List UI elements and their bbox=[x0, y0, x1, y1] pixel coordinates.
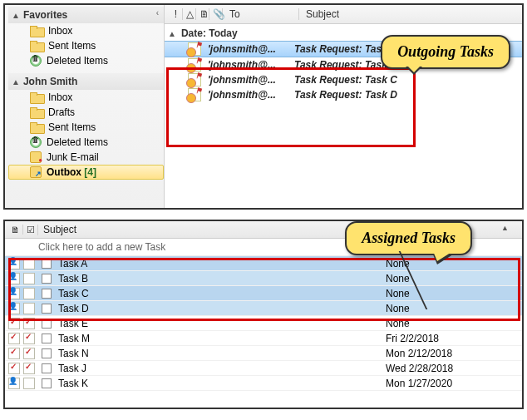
task-row[interactable]: Task NMon 2/12/2018 bbox=[5, 346, 522, 361]
folder-drafts[interactable]: Drafts bbox=[8, 105, 164, 120]
complete-checkbox[interactable] bbox=[42, 259, 52, 269]
complete-checkbox[interactable] bbox=[42, 319, 52, 329]
task-item-icon bbox=[23, 303, 37, 314]
item-count: [4] bbox=[84, 166, 96, 178]
task-row[interactable]: Task MFri 2/2/2018 bbox=[5, 331, 522, 346]
task-icon bbox=[8, 348, 22, 359]
task-row[interactable]: Task ENone bbox=[5, 316, 522, 331]
task-item-icon bbox=[23, 378, 37, 389]
folder-sent[interactable]: Sent Items bbox=[8, 120, 164, 135]
folder-junk[interactable]: Junk E-mail bbox=[8, 150, 164, 165]
col-icon[interactable]: 🗎 bbox=[8, 225, 23, 235]
task-request-icon bbox=[188, 42, 201, 56]
task-item-icon bbox=[23, 333, 37, 344]
task-request-icon bbox=[188, 88, 201, 101]
folder-inbox[interactable]: Inbox bbox=[8, 90, 164, 105]
task-icon bbox=[8, 318, 22, 329]
callout-outgoing: Outgoing Tasks bbox=[381, 35, 510, 69]
message-row[interactable]: 'johnsmith@...Task Request: Task C bbox=[165, 72, 522, 87]
outbox-icon bbox=[30, 166, 42, 178]
section-favorites[interactable]: ▲ Favorites bbox=[8, 7, 164, 23]
chevron-down-icon: ▲ bbox=[12, 77, 20, 86]
message-row[interactable]: 'johnsmith@...Task Request: Task D bbox=[165, 87, 522, 102]
column-headers: ! △ 🗎 📎 To Subject bbox=[165, 5, 522, 24]
col-importance[interactable]: ! bbox=[170, 8, 183, 20]
task-request-icon bbox=[188, 73, 201, 86]
folder-tree: ‹ ▲ Favorites Inbox Sent Items Deleted I… bbox=[5, 5, 165, 208]
task-item-icon bbox=[23, 288, 37, 299]
section-label: John Smith bbox=[23, 76, 77, 87]
task-rows: Task ANone Task BNone Task CNone Task DN… bbox=[5, 256, 522, 408]
col-icon[interactable]: 🗎 bbox=[196, 8, 209, 20]
trash-icon bbox=[30, 55, 42, 67]
folder-icon bbox=[30, 107, 43, 117]
complete-checkbox[interactable] bbox=[42, 274, 52, 284]
collapse-nav-icon[interactable]: ‹ bbox=[156, 8, 159, 17]
task-panel: 🗎 ☑ Subject▲ Click here to add a new Tas… bbox=[3, 220, 524, 409]
folder-deleted[interactable]: Deleted Items bbox=[8, 53, 164, 68]
assigned-task-icon bbox=[8, 273, 22, 284]
trash-icon bbox=[30, 136, 42, 148]
folder-inbox[interactable]: Inbox bbox=[8, 23, 164, 38]
task-request-icon bbox=[188, 58, 201, 72]
folder-sent[interactable]: Sent Items bbox=[8, 38, 164, 53]
col-to[interactable]: To bbox=[223, 8, 299, 20]
mail-panel: ‹ ▲ Favorites Inbox Sent Items Deleted I… bbox=[3, 3, 524, 210]
folder-icon bbox=[30, 122, 43, 132]
sort-asc-icon: ▲ bbox=[501, 224, 509, 232]
task-item-icon bbox=[23, 348, 37, 359]
assigned-task-icon bbox=[8, 258, 22, 269]
assigned-task-icon bbox=[8, 378, 22, 389]
task-row[interactable]: Task BNone bbox=[5, 271, 522, 286]
complete-checkbox[interactable] bbox=[42, 348, 52, 358]
complete-checkbox[interactable] bbox=[42, 334, 52, 343]
folder-deleted[interactable]: Deleted Items bbox=[8, 135, 164, 150]
task-icon bbox=[8, 363, 22, 374]
col-reminder[interactable]: △ bbox=[183, 8, 196, 20]
complete-checkbox[interactable] bbox=[42, 378, 52, 388]
task-icon bbox=[8, 333, 22, 344]
complete-checkbox[interactable] bbox=[42, 304, 52, 314]
folder-icon bbox=[30, 26, 43, 36]
col-subject[interactable]: Subject bbox=[299, 8, 522, 20]
assigned-task-icon bbox=[8, 288, 22, 299]
task-row[interactable]: Task KMon 1/27/2020 bbox=[5, 376, 522, 391]
task-row[interactable]: Task CNone bbox=[5, 286, 522, 301]
task-item-icon bbox=[23, 273, 37, 284]
section-label: Favorites bbox=[23, 9, 67, 21]
task-row[interactable]: Task DNone bbox=[5, 301, 522, 316]
folder-outbox[interactable]: Outbox [4] bbox=[8, 165, 164, 180]
complete-checkbox[interactable] bbox=[42, 363, 52, 373]
section-account[interactable]: ▲ John Smith bbox=[8, 73, 164, 90]
col-attachment[interactable]: 📎 bbox=[209, 8, 223, 20]
callout-assigned: Assigned Tasks bbox=[345, 221, 472, 255]
chevron-down-icon: ▲ bbox=[12, 11, 20, 20]
assigned-task-icon bbox=[8, 303, 22, 314]
task-item-icon bbox=[23, 258, 37, 269]
complete-checkbox[interactable] bbox=[42, 289, 52, 299]
task-item-icon bbox=[23, 363, 37, 374]
task-row[interactable]: Task JWed 2/28/2018 bbox=[5, 361, 522, 376]
task-item-icon bbox=[23, 318, 37, 329]
folder-icon bbox=[30, 92, 43, 102]
junk-icon bbox=[30, 151, 42, 163]
chevron-down-icon: ▲ bbox=[168, 29, 176, 38]
folder-icon bbox=[30, 41, 43, 51]
col-complete[interactable]: ☑ bbox=[23, 225, 38, 235]
